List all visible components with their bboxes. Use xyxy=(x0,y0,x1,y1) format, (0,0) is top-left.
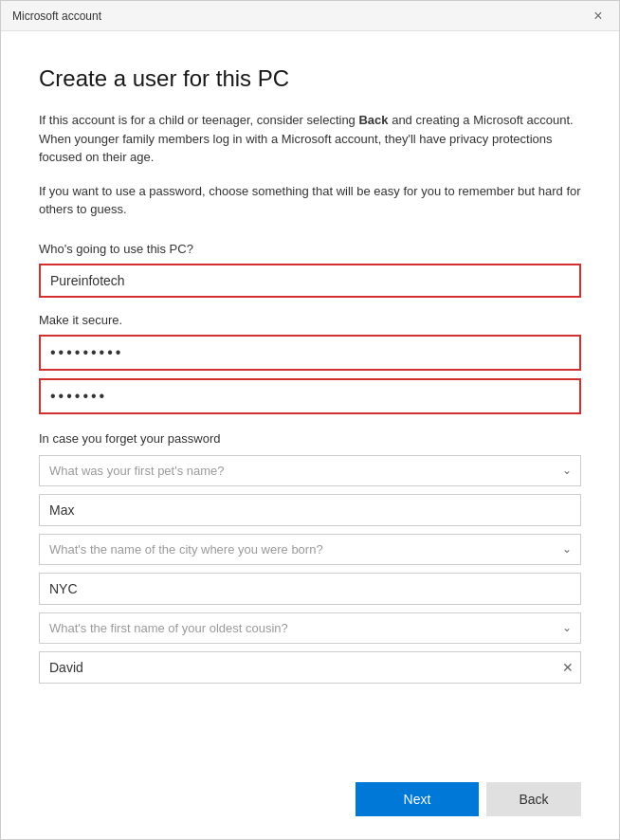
footer: Next Back xyxy=(1,767,619,839)
security-question-3-wrapper: What's the first name of your oldest cou… xyxy=(39,612,581,644)
window-title: Microsoft account xyxy=(12,9,101,23)
window: Microsoft account × Create a user for th… xyxy=(0,0,620,840)
description-paragraph-2: If you want to use a password, choose so… xyxy=(39,182,581,219)
next-button[interactable]: Next xyxy=(356,782,479,816)
clear-answer-3-button[interactable]: ✕ xyxy=(562,660,574,675)
content-area: Create a user for this PC If this accoun… xyxy=(1,31,619,767)
description-paragraph-1: If this account is for a child or teenag… xyxy=(39,111,581,167)
security-answer-1-input[interactable] xyxy=(39,494,581,526)
security-answer-2-input[interactable] xyxy=(39,573,581,605)
security-question-2-select[interactable]: What's the name of the city where you we… xyxy=(39,534,581,565)
back-button[interactable]: Back xyxy=(486,782,581,816)
password-input[interactable] xyxy=(39,335,581,371)
who-label: Who's going to use this PC? xyxy=(39,242,581,256)
security-question-3-select[interactable]: What's the first name of your oldest cou… xyxy=(39,612,581,644)
password-confirm-input[interactable] xyxy=(39,378,581,414)
security-question-1-wrapper: What was your first pet's name? ⌄ xyxy=(39,455,581,486)
security-answer-3-wrapper: ✕ xyxy=(39,651,581,684)
page-title: Create a user for this PC xyxy=(39,65,581,92)
username-input[interactable] xyxy=(39,264,581,298)
back-emphasis: Back xyxy=(358,113,388,127)
security-question-2-wrapper: What's the name of the city where you we… xyxy=(39,534,581,565)
title-bar: Microsoft account × xyxy=(1,1,619,31)
close-button[interactable]: × xyxy=(589,7,608,26)
security-answer-3-input[interactable] xyxy=(39,651,581,684)
security-question-1-select[interactable]: What was your first pet's name? xyxy=(39,455,581,486)
make-secure-label: Make it secure. xyxy=(39,313,581,327)
forgot-label: In case you forget your password xyxy=(39,431,581,446)
